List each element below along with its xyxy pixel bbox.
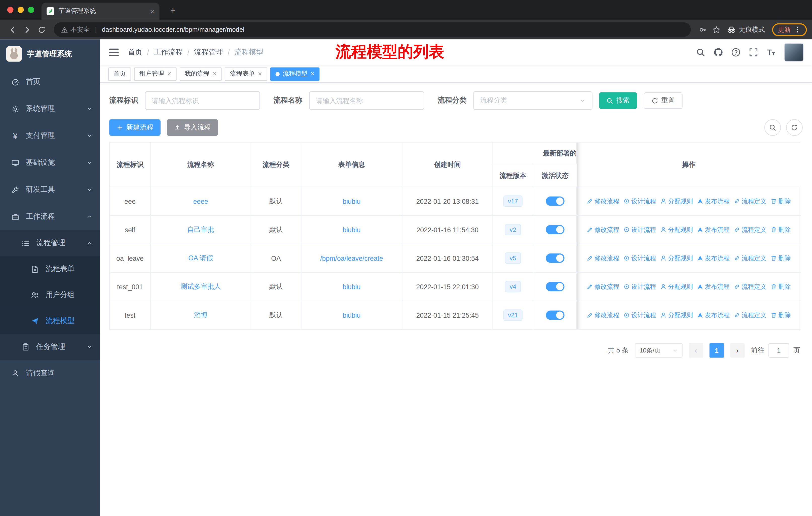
form-info-link[interactable]: biubiu xyxy=(343,311,360,319)
tag-home[interactable]: 首页 xyxy=(108,67,131,80)
breadcrumb-process-management[interactable]: 流程管理 xyxy=(194,48,223,57)
security-indicator[interactable]: 不安全 xyxy=(61,25,90,34)
action-definition-link[interactable]: 流程定义 xyxy=(734,254,766,263)
action-assign-link[interactable]: 分配规则 xyxy=(660,311,693,320)
browser-menu-icon[interactable] xyxy=(794,26,801,33)
action-assign-link[interactable]: 分配规则 xyxy=(660,254,693,263)
back-button[interactable] xyxy=(5,22,20,37)
action-modify-link[interactable]: 修改流程 xyxy=(587,282,619,291)
process-name-link[interactable]: 滔博 xyxy=(194,311,207,319)
sidebar-item-user-group[interactable]: 用户分组 xyxy=(0,282,100,308)
process-name-link[interactable]: eeee xyxy=(193,197,208,205)
page-size-select[interactable]: 10条/页 xyxy=(635,343,683,358)
goto-page-input[interactable] xyxy=(768,343,789,358)
action-definition-link[interactable]: 流程定义 xyxy=(734,225,766,234)
sidebar-item-process-form[interactable]: 流程表单 xyxy=(0,256,100,282)
action-delete-link[interactable]: 删除 xyxy=(771,254,791,263)
search-button[interactable]: 搜索 xyxy=(599,92,637,109)
sidebar-item-system[interactable]: 系统管理 xyxy=(0,96,100,123)
form-info-link[interactable]: /bpm/oa/leave/create xyxy=(320,254,383,262)
action-modify-link[interactable]: 修改流程 xyxy=(587,225,619,234)
sidebar-item-process-management[interactable]: 流程管理 xyxy=(0,230,100,256)
action-assign-link[interactable]: 分配规则 xyxy=(660,197,693,206)
sidebar-item-process-model[interactable]: 流程模型 xyxy=(0,308,100,334)
minimize-window-button[interactable] xyxy=(18,7,24,13)
close-window-button[interactable] xyxy=(7,7,13,13)
action-design-link[interactable]: 设计流程 xyxy=(624,311,656,320)
sidebar-item-workflow[interactable]: 工作流程 xyxy=(0,203,100,230)
action-publish-link[interactable]: 发布流程 xyxy=(697,225,730,234)
address-bar[interactable]: 不安全 | dashboard.yudao.iocoder.cn/bpm/man… xyxy=(54,22,691,37)
current-page-button[interactable]: 1 xyxy=(709,343,724,358)
create-process-button[interactable]: 新建流程 xyxy=(109,119,161,136)
tag-process-model[interactable]: 流程模型 × xyxy=(270,67,320,80)
action-delete-link[interactable]: 删除 xyxy=(771,225,791,234)
password-key-icon[interactable] xyxy=(696,23,709,36)
new-tab-button[interactable]: + xyxy=(167,4,179,17)
action-assign-link[interactable]: 分配规则 xyxy=(660,225,693,234)
refresh-table-button[interactable] xyxy=(786,119,803,136)
process-name-input[interactable] xyxy=(309,91,424,110)
tag-tenant-management[interactable]: 租户管理 × xyxy=(134,67,176,80)
tag-close-icon[interactable]: × xyxy=(213,71,217,77)
process-category-select[interactable]: 流程分类 xyxy=(473,91,592,110)
active-toggle[interactable] xyxy=(546,225,564,234)
form-info-link[interactable]: biubiu xyxy=(343,197,360,205)
sidebar-item-devtools[interactable]: 研发工具 xyxy=(0,176,100,203)
sidebar-item-leave-query[interactable]: 请假查询 xyxy=(0,360,100,387)
user-avatar[interactable] xyxy=(784,43,804,62)
action-design-link[interactable]: 设计流程 xyxy=(624,197,656,206)
prev-page-button[interactable]: ‹ xyxy=(689,343,703,358)
action-modify-link[interactable]: 修改流程 xyxy=(587,311,619,320)
reload-button[interactable] xyxy=(34,22,49,37)
github-icon[interactable] xyxy=(714,48,723,57)
search-icon[interactable] xyxy=(696,48,705,57)
active-toggle[interactable] xyxy=(546,310,564,320)
form-info-link[interactable]: biubiu xyxy=(343,226,360,234)
action-modify-link[interactable]: 修改流程 xyxy=(587,197,619,206)
process-name-link[interactable]: 自己审批 xyxy=(187,225,214,233)
help-icon[interactable] xyxy=(731,48,741,57)
hamburger-icon[interactable] xyxy=(108,47,120,58)
action-design-link[interactable]: 设计流程 xyxy=(624,254,656,263)
tag-close-icon[interactable]: × xyxy=(167,71,171,77)
action-design-link[interactable]: 设计流程 xyxy=(624,225,656,234)
toggle-search-button[interactable] xyxy=(764,119,781,136)
sidebar-item-payment[interactable]: ¥ 支付管理 xyxy=(0,123,100,150)
action-modify-link[interactable]: 修改流程 xyxy=(587,254,619,263)
tag-close-icon[interactable]: × xyxy=(258,71,262,77)
action-definition-link[interactable]: 流程定义 xyxy=(734,282,766,291)
process-key-input[interactable] xyxy=(145,91,260,110)
active-toggle[interactable] xyxy=(546,282,564,291)
active-toggle[interactable] xyxy=(546,196,564,206)
action-publish-link[interactable]: 发布流程 xyxy=(697,197,730,206)
maximize-window-button[interactable] xyxy=(28,7,34,13)
breadcrumb-workflow[interactable]: 工作流程 xyxy=(154,48,183,57)
process-name-link[interactable]: 测试多审批人 xyxy=(180,282,221,290)
action-delete-link[interactable]: 删除 xyxy=(771,282,791,291)
browser-tab[interactable]: 芋道管理系统 × xyxy=(41,2,160,20)
next-page-button[interactable]: › xyxy=(730,343,745,358)
action-design-link[interactable]: 设计流程 xyxy=(624,282,656,291)
update-button[interactable]: 更新 xyxy=(772,23,807,36)
action-definition-link[interactable]: 流程定义 xyxy=(734,311,766,320)
breadcrumb-home[interactable]: 首页 xyxy=(128,48,142,57)
action-publish-link[interactable]: 发布流程 xyxy=(697,282,730,291)
font-size-icon[interactable] xyxy=(766,48,776,57)
active-toggle[interactable] xyxy=(546,253,564,263)
action-delete-link[interactable]: 删除 xyxy=(771,197,791,206)
sidebar-item-infra[interactable]: 基础设施 xyxy=(0,150,100,176)
forward-button[interactable] xyxy=(20,22,34,37)
action-publish-link[interactable]: 发布流程 xyxy=(697,254,730,263)
sidebar-item-task-management[interactable]: 任务管理 xyxy=(0,334,100,360)
app-logo[interactable]: 芋道管理系统 xyxy=(0,39,100,68)
tag-my-process[interactable]: 我的流程 × xyxy=(179,67,222,80)
action-publish-link[interactable]: 发布流程 xyxy=(697,311,730,320)
action-definition-link[interactable]: 流程定义 xyxy=(734,197,766,206)
form-info-link[interactable]: biubiu xyxy=(343,283,360,291)
sidebar-item-home[interactable]: 首页 xyxy=(0,69,100,96)
tab-close-icon[interactable]: × xyxy=(150,7,154,16)
tag-close-icon[interactable]: × xyxy=(311,71,315,77)
process-name-link[interactable]: OA 请假 xyxy=(188,254,213,262)
import-process-button[interactable]: 导入流程 xyxy=(167,119,218,136)
